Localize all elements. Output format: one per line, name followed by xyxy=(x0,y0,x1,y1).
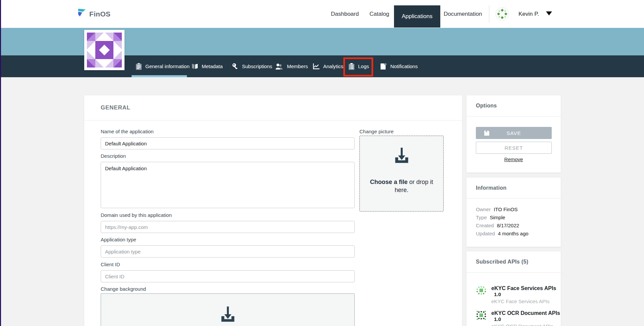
background-dropzone[interactable] xyxy=(101,293,355,326)
name-label: Name of the application xyxy=(101,129,154,134)
tab-members[interactable]: Members xyxy=(275,55,308,77)
subscribed-apis-heading: Subscribed APIs (5) xyxy=(476,259,528,265)
options-heading: Options xyxy=(476,103,497,109)
tab-label: Subscriptions xyxy=(242,63,272,69)
user-avatar[interactable] xyxy=(495,7,509,21)
save-button[interactable]: SAVE xyxy=(476,127,552,139)
tab-subscriptions[interactable]: Subscriptions xyxy=(232,55,272,77)
tab-label: Logs xyxy=(358,63,369,69)
info-row-created: Created 8/17/2022 xyxy=(476,223,529,228)
reset-button[interactable]: RESET xyxy=(476,142,552,154)
info-value: 4 months ago xyxy=(498,231,529,236)
info-value: 8/17/2022 xyxy=(497,223,519,228)
change-picture-label: Change picture xyxy=(359,129,394,134)
nav-item-catalog[interactable]: Catalog xyxy=(369,0,389,28)
key-icon xyxy=(232,63,238,69)
description-textarea[interactable]: Default Application xyxy=(101,162,355,208)
user-menu-caret-icon[interactable] xyxy=(546,11,552,15)
tab-label: Members xyxy=(287,63,308,69)
api-version: 1.0 xyxy=(494,291,556,297)
members-icon xyxy=(275,63,283,69)
tab-general-information[interactable]: General information xyxy=(136,55,190,77)
info-label: Type xyxy=(476,215,487,220)
left-edge-accent xyxy=(0,0,1,326)
save-floppy-icon xyxy=(484,130,490,136)
line-chart-icon xyxy=(313,63,319,69)
tab-metadata[interactable]: Metadata xyxy=(192,55,223,77)
nav-item-dashboard[interactable]: Dashboard xyxy=(331,0,359,28)
application-type-input[interactable] xyxy=(101,245,355,258)
api-item-face-services[interactable]: eKYC Face Services APIs 1.0 eKYC Face Se… xyxy=(476,285,556,304)
brand-logo[interactable]: FinOS xyxy=(77,0,110,28)
tab-logs[interactable]: Logs xyxy=(349,55,369,77)
domain-label: Domain used by this application xyxy=(101,212,172,218)
reset-button-label: RESET xyxy=(504,145,523,151)
client-id-input[interactable] xyxy=(101,270,355,282)
general-heading: GENERAL xyxy=(101,104,131,111)
api-title: eKYC Face Services APIs xyxy=(491,285,556,291)
tab-label: General information xyxy=(145,63,190,69)
save-button-label: SAVE xyxy=(507,130,521,136)
api-subtitle: eKYC OCR Document APIs xyxy=(491,323,560,326)
ocr-api-icon xyxy=(476,310,487,321)
info-row-type: Type Simple xyxy=(476,215,529,220)
face-api-icon xyxy=(476,285,487,296)
dropzone-cta: Choose a file or drop it here. xyxy=(368,178,435,194)
api-version: 1.0 xyxy=(494,316,560,322)
notification-page-icon xyxy=(381,63,387,69)
info-label: Updated xyxy=(476,231,495,236)
user-name: Kevin P. xyxy=(518,0,539,28)
subscribed-apis-card: Subscribed APIs (5) eKYC Face Services A… xyxy=(466,251,561,326)
download-arrow-icon xyxy=(391,147,412,165)
general-card: GENERAL Name of the application Descript… xyxy=(84,95,462,326)
client-id-label: Client ID xyxy=(101,262,120,267)
description-label: Description xyxy=(101,153,126,159)
information-rows: Owner ITO FinOS Type Simple Created 8/17… xyxy=(476,206,529,236)
avatar-pattern-icon xyxy=(496,8,508,20)
information-card-header: Information xyxy=(466,178,561,199)
change-background-label: Change background xyxy=(101,286,146,292)
tab-notifications[interactable]: Notifications xyxy=(381,55,418,77)
info-row-updated: Updated 4 months ago xyxy=(476,231,529,236)
information-card: Information Owner ITO FinOS Type Simple … xyxy=(466,178,561,247)
book-icon xyxy=(192,63,198,69)
choose-file-link[interactable]: Choose a file xyxy=(370,179,407,185)
application-type-label: Application type xyxy=(101,237,136,242)
info-value: Simple xyxy=(490,215,505,220)
api-item-ocr-document[interactable]: eKYC OCR Document APIs 1.0 eKYC OCR Docu… xyxy=(476,310,560,326)
info-row-owner: Owner ITO FinOS xyxy=(476,206,529,212)
finos-logo-icon xyxy=(77,8,86,20)
nav-item-documentation[interactable]: Documentation xyxy=(444,0,482,28)
options-card: Options SAVE RESET Remove xyxy=(466,95,561,173)
api-subtitle: eKYC Face Services APIs xyxy=(491,298,556,304)
picture-dropzone[interactable]: Choose a file or drop it here. xyxy=(359,136,444,212)
information-heading: Information xyxy=(476,185,506,191)
logs-clipboard-icon xyxy=(349,63,354,70)
nav-divider xyxy=(489,5,489,23)
api-title: eKYC OCR Document APIs xyxy=(491,310,560,316)
tab-label: Notifications xyxy=(390,63,418,69)
nav-item-applications[interactable]: Applications xyxy=(394,5,440,28)
tab-label: Analytics xyxy=(323,63,343,69)
subscribed-apis-header: Subscribed APIs (5) xyxy=(466,251,561,273)
name-input[interactable] xyxy=(101,137,355,149)
info-value: ITO FinOS xyxy=(494,206,517,212)
general-card-header: GENERAL xyxy=(84,95,462,121)
info-label: Owner xyxy=(476,206,491,212)
remove-link[interactable]: Remove xyxy=(466,156,561,162)
info-label: Created xyxy=(476,223,494,228)
top-navigation-bar: FinOS Dashboard Catalog Applications Doc… xyxy=(0,0,644,28)
options-card-header: Options xyxy=(466,95,561,117)
clipboard-icon xyxy=(136,63,142,70)
brand-name: FinOS xyxy=(89,10,110,18)
tab-label: Metadata xyxy=(202,63,223,69)
application-logo-tile xyxy=(84,30,125,70)
domain-input[interactable] xyxy=(101,221,355,233)
quilt-star-icon xyxy=(84,30,125,70)
main-content: GENERAL Name of the application Descript… xyxy=(0,77,644,326)
tab-analytics[interactable]: Analytics xyxy=(313,55,343,77)
download-arrow-icon xyxy=(217,306,238,324)
